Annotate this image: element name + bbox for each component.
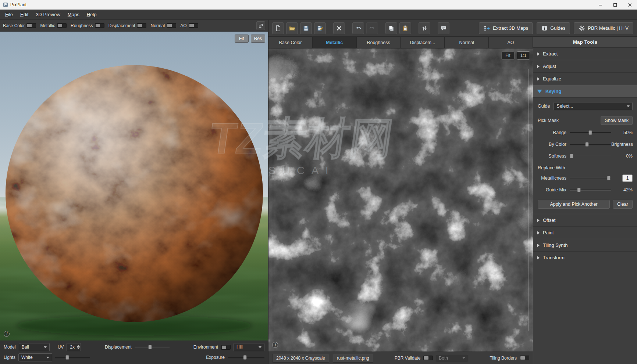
- canvas-1-1-button[interactable]: 1:1: [517, 51, 530, 60]
- tab-metallic[interactable]: Metallic: [313, 37, 357, 48]
- displacement-slider[interactable]: [135, 343, 170, 351]
- lights-dropdown[interactable]: White: [18, 353, 52, 361]
- section-transform[interactable]: Transform: [533, 252, 637, 264]
- preview-panel: Base Color Metallic Roughness Displaceme…: [0, 20, 268, 364]
- section-offset[interactable]: Offset: [533, 214, 637, 227]
- pixplant-window: PixPlant File Edit 3D Preview Maps Help …: [0, 0, 637, 364]
- comment-button[interactable]: [438, 22, 449, 34]
- section-keying[interactable]: Keying: [533, 85, 637, 98]
- slider-handle[interactable]: [570, 154, 573, 158]
- slider-handle[interactable]: [577, 188, 580, 192]
- paste-button[interactable]: [399, 22, 411, 34]
- undo-button[interactable]: [352, 22, 364, 34]
- tab-displacement[interactable]: Displacem...: [401, 37, 445, 48]
- delete-button[interactable]: [333, 22, 345, 34]
- window-title: PixPlant: [10, 2, 26, 7]
- base-color-toggle[interactable]: [26, 23, 36, 28]
- guide-mix-value: 42%: [611, 187, 633, 192]
- by-color-value: Brightness: [611, 142, 633, 147]
- main-toolbar: Extract 3D Maps Guides PBR Metallic | H+…: [268, 20, 637, 37]
- section-tiling-synth[interactable]: Tiling Synth: [533, 239, 637, 252]
- uv-stepper[interactable]: 2x: [67, 343, 81, 351]
- ao-toggle[interactable]: [189, 23, 198, 28]
- guide-dropdown[interactable]: Select...: [554, 102, 633, 110]
- lights-slider[interactable]: [55, 353, 90, 361]
- toggle-label-ao: AO: [180, 23, 186, 28]
- by-color-slider[interactable]: [570, 140, 611, 148]
- import-export-button[interactable]: [419, 22, 430, 34]
- roughness-toggle[interactable]: [95, 23, 104, 28]
- clear-button[interactable]: Clear: [613, 200, 633, 209]
- slider-handle[interactable]: [588, 130, 592, 135]
- guides-button[interactable]: Guides: [537, 22, 570, 34]
- extract-3d-maps-button[interactable]: Extract 3D Maps: [479, 22, 533, 34]
- model-dropdown[interactable]: Ball: [19, 343, 50, 351]
- pbr-validate-mode-dropdown[interactable]: Both: [436, 354, 468, 362]
- slider-handle[interactable]: [585, 142, 588, 147]
- canvas-fit-button[interactable]: Fit: [501, 51, 515, 60]
- range-slider[interactable]: [570, 129, 611, 137]
- 3d-viewport[interactable]: Fit Res: [0, 32, 268, 340]
- menu-3d-preview[interactable]: 3D Preview: [32, 10, 64, 19]
- range-label: Range: [538, 130, 566, 135]
- stepper-up-icon[interactable]: [77, 345, 80, 347]
- menu-maps[interactable]: Maps: [64, 10, 83, 19]
- canvas-info-icon[interactable]: [272, 342, 278, 348]
- environment-dropdown[interactable]: Hill: [234, 343, 264, 351]
- menu-help[interactable]: Help: [83, 10, 100, 19]
- uv-label: UV: [58, 345, 64, 350]
- section-adjust[interactable]: Adjust: [533, 60, 637, 73]
- stepper-down-icon[interactable]: [77, 347, 80, 349]
- info-square-icon: [541, 25, 548, 31]
- guide-mix-slider[interactable]: [570, 186, 611, 194]
- softness-slider[interactable]: [570, 152, 611, 160]
- map-tools-title: Map Tools: [533, 37, 637, 48]
- chevron-right-icon: [537, 244, 540, 247]
- copy-button[interactable]: [385, 22, 397, 34]
- menubar: File Edit 3D Preview Maps Help: [0, 10, 637, 20]
- menu-edit[interactable]: Edit: [17, 10, 32, 19]
- pbr-validate-toggle[interactable]: [423, 356, 433, 360]
- section-extract[interactable]: Extract: [533, 48, 637, 60]
- gear-icon: [579, 25, 585, 32]
- save-as-button[interactable]: [314, 22, 326, 34]
- texture-canvas[interactable]: Fit 1:1: [268, 48, 533, 352]
- apply-and-pick-another-button[interactable]: Apply and Pick Another: [538, 200, 610, 209]
- menu-file[interactable]: File: [1, 10, 17, 19]
- preview-fit-button[interactable]: Fit: [235, 35, 249, 43]
- environment-toggle[interactable]: [221, 345, 231, 350]
- section-paint[interactable]: Paint: [533, 227, 637, 239]
- pbr-mode-button[interactable]: PBR Metallic | H+V: [574, 22, 633, 34]
- slider-handle[interactable]: [66, 355, 69, 360]
- displacement-toggle[interactable]: [137, 23, 146, 28]
- save-button[interactable]: [300, 22, 312, 34]
- slider-handle[interactable]: [607, 176, 611, 180]
- titlebar: PixPlant: [0, 0, 637, 10]
- chevron-down-icon: [627, 105, 630, 107]
- slider-handle[interactable]: [149, 345, 152, 349]
- chevron-right-icon: [537, 231, 540, 235]
- tab-base-color[interactable]: Base Color: [268, 37, 313, 48]
- maximize-button[interactable]: [608, 0, 622, 10]
- keying-panel: Guide Select... Pick Mask Show Mask Rang…: [533, 98, 637, 214]
- open-folder-button[interactable]: [286, 22, 298, 34]
- minimize-button[interactable]: [593, 0, 608, 10]
- exposure-slider[interactable]: [228, 353, 264, 361]
- section-equalize[interactable]: Equalize: [533, 73, 637, 85]
- metallicness-value-field[interactable]: 1: [622, 174, 633, 182]
- tiling-borders-toggle[interactable]: [520, 356, 529, 360]
- tab-roughness[interactable]: Roughness: [357, 37, 401, 48]
- show-mask-button[interactable]: Show Mask: [601, 116, 633, 125]
- redo-button[interactable]: [366, 22, 378, 34]
- metallicness-slider[interactable]: [570, 174, 611, 182]
- tab-normal[interactable]: Normal: [445, 37, 489, 48]
- preview-info-icon[interactable]: [4, 331, 10, 337]
- normal-toggle[interactable]: [167, 23, 176, 28]
- popout-icon[interactable]: [256, 21, 265, 30]
- tab-ao[interactable]: AO: [489, 37, 533, 48]
- slider-handle[interactable]: [243, 355, 247, 360]
- close-button[interactable]: [622, 0, 637, 10]
- preview-res-button[interactable]: Res: [251, 35, 265, 43]
- metallic-toggle[interactable]: [57, 23, 67, 28]
- new-file-button[interactable]: [272, 22, 284, 34]
